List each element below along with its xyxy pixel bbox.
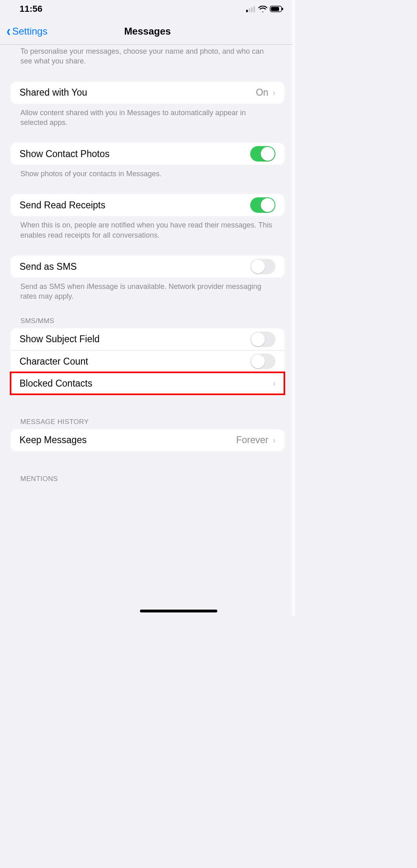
row-blocked-contacts[interactable]: Blocked Contacts › (11, 372, 284, 394)
chevron-left-icon: ‹ (7, 24, 11, 39)
row-label: Send as SMS (20, 261, 250, 272)
toggle-read-receipts[interactable] (250, 197, 275, 213)
row-detail: On (256, 87, 269, 98)
row-read-receipts: Send Read Receipts (11, 194, 284, 216)
row-char-count: Character Count (11, 350, 284, 372)
svg-rect-0 (246, 10, 248, 12)
home-indicator (140, 610, 217, 612)
row-label: Send Read Receipts (20, 200, 250, 211)
battery-icon (270, 6, 284, 12)
contact-photos-footer: Show photos of your contacts in Messages… (0, 165, 295, 179)
row-shared-with-you[interactable]: Shared with You On › (11, 82, 284, 104)
row-label: Show Contact Photos (20, 149, 250, 160)
row-label: Blocked Contacts (20, 378, 273, 389)
status-time: 11:56 (20, 4, 42, 14)
row-send-sms: Send as SMS (11, 256, 284, 278)
group-read-receipts: Send Read Receipts (11, 194, 284, 216)
group-shared-with-you: Shared with You On › (11, 82, 284, 104)
cellular-icon (246, 6, 256, 12)
wifi-icon (258, 6, 267, 12)
sms-mms-header: SMS/MMS (0, 302, 295, 328)
svg-rect-6 (282, 8, 283, 10)
row-label: Character Count (20, 356, 250, 367)
row-show-subject: Show Subject Field (11, 328, 284, 350)
row-label: Shared with You (20, 87, 256, 98)
svg-rect-2 (251, 7, 253, 12)
mentions-header: MENTIONS (0, 451, 295, 486)
row-label: Keep Messages (20, 435, 236, 446)
content: To personalise your messages, choose you… (0, 45, 295, 503)
intro-footer: To personalise your messages, choose you… (0, 45, 295, 66)
group-send-sms: Send as SMS (11, 256, 284, 278)
group-contact-photos: Show Contact Photos (11, 143, 284, 165)
history-header: MESSAGE HISTORY (0, 394, 295, 429)
toggle-contact-photos[interactable] (250, 146, 275, 162)
back-button[interactable]: ‹ Settings (5, 24, 49, 39)
row-detail: Forever (236, 435, 268, 446)
svg-rect-1 (249, 9, 250, 12)
nav-bar: ‹ Settings Messages (0, 18, 295, 45)
status-bar: 11:56 (0, 0, 295, 18)
svg-rect-3 (253, 6, 255, 12)
row-contact-photos: Show Contact Photos (11, 143, 284, 165)
chevron-right-icon: › (273, 434, 275, 446)
group-history: Keep Messages Forever › (11, 429, 284, 451)
row-label: Show Subject Field (20, 334, 250, 345)
row-keep-messages[interactable]: Keep Messages Forever › (11, 429, 284, 451)
shared-with-you-footer: Allow content shared with you in Message… (0, 104, 295, 128)
back-label: Settings (12, 26, 48, 37)
read-receipts-footer: When this is on, people are notified whe… (0, 216, 295, 240)
toggle-send-sms[interactable] (250, 259, 275, 274)
toggle-char-count[interactable] (250, 354, 275, 369)
send-sms-footer: Send as SMS when iMessage is unavailable… (0, 278, 295, 302)
status-right (246, 6, 284, 12)
chevron-right-icon: › (273, 87, 275, 98)
group-sms-mms: Show Subject Field Character Count Block… (11, 328, 284, 394)
svg-rect-5 (271, 7, 279, 11)
chevron-right-icon: › (273, 378, 275, 389)
toggle-show-subject[interactable] (250, 332, 275, 347)
